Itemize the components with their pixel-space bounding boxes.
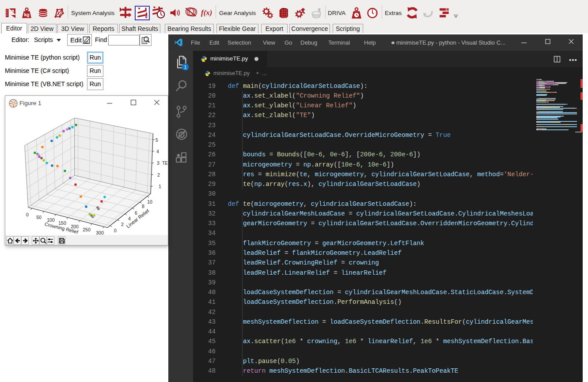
svg-text:50: 50 [36, 215, 42, 220]
svg-text:2: 2 [121, 222, 124, 227]
svg-text:1: 1 [184, 64, 186, 70]
svg-text:6: 6 [135, 210, 137, 216]
svg-text:4: 4 [128, 216, 131, 221]
svg-text:8: 8 [142, 204, 144, 209]
svg-text:0: 0 [114, 228, 117, 233]
svg-text:3: 3 [157, 160, 159, 166]
svg-text:kg: kg [24, 12, 29, 17]
svg-text:0: 0 [26, 212, 29, 217]
svg-text:1: 1 [159, 184, 161, 189]
svg-text:2: 2 [157, 172, 160, 178]
svg-text:TE: TE [162, 161, 168, 166]
svg-text:300: 300 [96, 230, 104, 235]
svg-text:5: 5 [156, 137, 158, 143]
svg-text:250: 250 [83, 227, 91, 232]
svg-text:10: 10 [147, 199, 152, 204]
svg-text:4: 4 [156, 149, 159, 154]
